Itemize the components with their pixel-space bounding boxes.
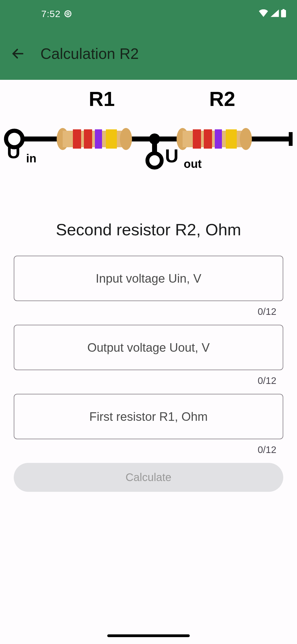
svg-rect-14 — [73, 129, 81, 149]
svg-text:R1: R1 — [89, 88, 115, 110]
signal-icon — [271, 9, 279, 18]
svg-text:in: in — [26, 152, 36, 165]
back-button[interactable] — [7, 43, 29, 65]
svg-text:R2: R2 — [209, 88, 235, 110]
svg-text:U: U — [165, 145, 178, 166]
input-group-r1: 0/12 — [14, 394, 283, 455]
back-arrow-icon — [11, 47, 25, 61]
svg-text:U: U — [7, 141, 20, 162]
section-title: Second resistor R2, Ohm — [14, 220, 283, 239]
page-title: Calculation R2 — [40, 45, 139, 62]
content: R1 R2 U in U out Second resistor R2, Ohm… — [0, 80, 297, 492]
svg-rect-22 — [204, 129, 212, 149]
svg-rect-15 — [84, 129, 92, 149]
svg-rect-17 — [106, 129, 117, 149]
battery-icon — [281, 9, 286, 18]
svg-rect-21 — [193, 129, 201, 149]
uin-counter: 0/12 — [14, 306, 283, 317]
input-group-uin: 0/12 — [14, 256, 283, 317]
status-time: 7:52 — [41, 9, 61, 19]
svg-rect-16 — [95, 129, 102, 149]
svg-rect-24 — [226, 129, 237, 149]
svg-rect-6 — [289, 132, 293, 146]
gear-icon — [64, 10, 72, 18]
svg-rect-23 — [215, 129, 222, 149]
circuit-diagram: R1 R2 U in U out — [0, 80, 297, 209]
uout-field[interactable] — [14, 325, 283, 370]
svg-point-0 — [67, 13, 69, 15]
status-left: 7:52 — [41, 9, 72, 19]
wifi-icon — [258, 9, 268, 18]
r1-counter: 0/12 — [14, 444, 283, 455]
uin-field[interactable] — [14, 256, 283, 301]
uout-counter: 0/12 — [14, 375, 283, 386]
svg-text:out: out — [184, 157, 202, 170]
svg-point-1 — [65, 11, 71, 17]
status-right — [258, 9, 286, 18]
status-bar: 7:52 — [0, 0, 297, 28]
r1-field[interactable] — [14, 394, 283, 439]
svg-point-13 — [120, 128, 132, 150]
calculate-button[interactable]: Calculate — [14, 463, 283, 492]
svg-point-20 — [240, 128, 252, 150]
svg-rect-3 — [282, 9, 285, 10]
form-body: Second resistor R2, Ohm 0/12 0/12 0/12 C… — [0, 220, 297, 492]
input-group-uout: 0/12 — [14, 325, 283, 386]
navigation-handle[interactable] — [107, 634, 190, 637]
svg-point-10 — [147, 153, 162, 168]
app-bar: Calculation R2 — [0, 28, 297, 80]
svg-rect-2 — [281, 10, 286, 17]
